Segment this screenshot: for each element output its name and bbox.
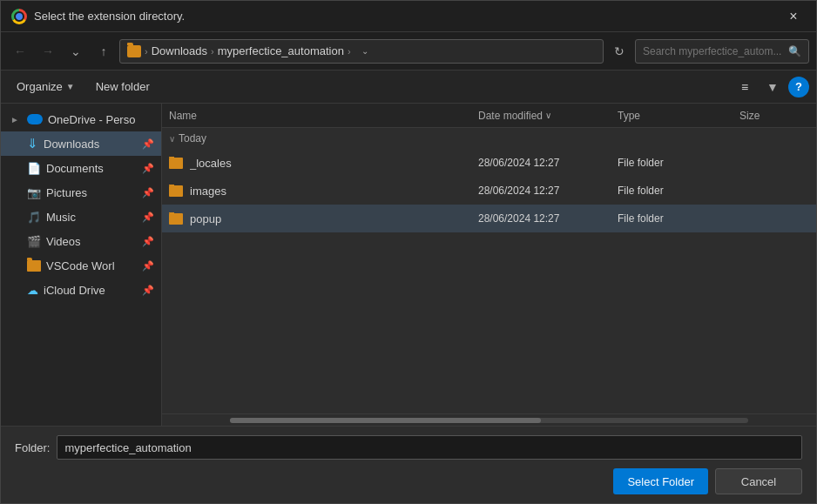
pictures-icon: 📷: [27, 186, 41, 199]
view-button[interactable]: ≡: [733, 76, 757, 98]
back-button[interactable]: ←: [8, 39, 32, 64]
help-button[interactable]: ?: [788, 77, 809, 97]
file-cell-name: images: [169, 185, 478, 198]
sidebar-item-label: Music: [46, 211, 76, 224]
folder-input-row: Folder:: [15, 435, 802, 460]
pin-icon: 📌: [142, 187, 154, 198]
pin-icon: 📌: [142, 260, 154, 272]
path-folder-icon: [127, 45, 141, 57]
file-type: File folder: [618, 185, 739, 197]
sidebar-item-videos[interactable]: 🎬 Videos 📌: [1, 229, 161, 253]
expand-icon: ►: [8, 112, 22, 126]
sidebar-item-onedrive[interactable]: ► OneDrive - Perso: [1, 107, 161, 131]
expand-spacer: [8, 161, 22, 175]
horizontal-scrollbar[interactable]: [162, 413, 816, 426]
pin-icon: 📌: [142, 138, 154, 150]
search-icon: 🔍: [788, 45, 801, 57]
file-list: ∨ Today _locales 28/06/2024 12:27 File f…: [162, 128, 816, 413]
sidebar-item-label: VSCode Worl: [46, 259, 115, 272]
file-date: 28/06/2024 12:27: [478, 157, 618, 169]
main-content: ► OneDrive - Perso ⇓ Downloads 📌 📄 Docum…: [1, 104, 816, 426]
file-cell-name: popup: [169, 212, 478, 225]
view-dropdown-button[interactable]: ▼: [760, 75, 785, 99]
sidebar-item-documents[interactable]: 📄 Documents 📌: [1, 156, 161, 180]
refresh-button[interactable]: ↻: [607, 39, 631, 64]
pin-icon: 📌: [142, 285, 154, 296]
path-segment-downloads: Downloads: [152, 44, 207, 57]
group-header-today: ∨ Today: [162, 128, 816, 149]
search-box[interactable]: 🔍: [635, 39, 809, 64]
sidebar-item-label: Pictures: [46, 186, 87, 199]
title-bar: Select the extension directory. ×: [1, 1, 816, 32]
pin-icon: 📌: [142, 163, 154, 174]
file-row[interactable]: images 28/06/2024 12:27 File folder: [162, 177, 816, 205]
expand-spacer: [8, 210, 22, 224]
expand-spacer: [8, 259, 22, 272]
file-date: 28/06/2024 12:27: [478, 212, 618, 225]
organize-button[interactable]: Organize ▼: [8, 76, 84, 98]
address-bar: ← → ⌄ ↑ › Downloads › myperfectice_autom…: [1, 32, 816, 71]
file-cell-name: _locales: [169, 157, 478, 170]
dialog: Select the extension directory. × ← → ⌄ …: [0, 0, 817, 504]
action-buttons: Select Folder Cancel: [15, 468, 802, 494]
col-header-name[interactable]: Name: [169, 110, 478, 122]
sidebar-item-label: Videos: [46, 235, 81, 248]
file-name: images: [190, 185, 226, 198]
chrome-icon: [11, 9, 27, 24]
downloads-icon: ⇓: [27, 136, 38, 151]
search-input[interactable]: [643, 45, 785, 57]
file-list-header: Name Date modified ∨ Type Size: [162, 104, 816, 128]
folder-icon: [27, 260, 41, 272]
file-row[interactable]: popup 28/06/2024 12:27 File folder: [162, 205, 816, 232]
file-list-container: Name Date modified ∨ Type Size ∨ Today: [162, 104, 816, 426]
expand-spacer: [8, 185, 22, 199]
folder-input[interactable]: [57, 435, 802, 460]
sidebar-item-label: OneDrive - Perso: [48, 113, 135, 126]
folder-label: Folder:: [15, 441, 50, 454]
sidebar-item-downloads[interactable]: ⇓ Downloads 📌: [1, 131, 161, 156]
file-row[interactable]: _locales 28/06/2024 12:27 File folder: [162, 149, 816, 177]
sidebar-item-label: Downloads: [44, 138, 99, 151]
sidebar-item-icloud[interactable]: ☁ iCloud Drive 📌: [1, 278, 161, 302]
bottom-bar: Folder: Select Folder Cancel: [1, 426, 816, 503]
folder-icon: [169, 213, 183, 225]
col-header-size[interactable]: Size: [739, 110, 809, 122]
forward-button[interactable]: →: [36, 39, 60, 64]
folder-icon: [169, 185, 183, 197]
pin-icon: 📌: [142, 236, 154, 247]
toolbar: Organize ▼ New folder ≡ ▼ ?: [1, 71, 816, 104]
close-button[interactable]: ×: [781, 4, 806, 29]
select-folder-button[interactable]: Select Folder: [613, 468, 708, 494]
sidebar-item-vscode[interactable]: VSCode Worl 📌: [1, 253, 161, 278]
file-date: 28/06/2024 12:27: [478, 185, 618, 197]
file-type: File folder: [618, 157, 739, 169]
documents-icon: 📄: [27, 162, 41, 175]
new-folder-button[interactable]: New folder: [87, 76, 159, 98]
path-segment-folder: myperfectice_automation: [218, 44, 344, 57]
sidebar-item-pictures[interactable]: 📷 Pictures 📌: [1, 180, 161, 205]
file-type: File folder: [618, 212, 739, 225]
icloud-icon: ☁: [27, 284, 38, 297]
path-dropdown-button[interactable]: ⌄: [354, 39, 375, 64]
cancel-button[interactable]: Cancel: [715, 468, 802, 494]
music-icon: 🎵: [27, 211, 41, 224]
sidebar: ► OneDrive - Perso ⇓ Downloads 📌 📄 Docum…: [1, 104, 162, 426]
title-bar-text: Select the extension directory.: [34, 10, 774, 23]
history-dropdown-button[interactable]: ⌄: [64, 39, 88, 64]
file-name: _locales: [190, 157, 232, 170]
videos-icon: 🎬: [27, 235, 41, 248]
expand-spacer: [8, 137, 22, 151]
sidebar-item-label: Documents: [46, 162, 104, 175]
col-header-date[interactable]: Date modified ∨: [478, 110, 618, 122]
onedrive-icon: [27, 114, 43, 124]
pin-icon: 📌: [142, 212, 154, 223]
expand-spacer: [8, 283, 22, 297]
col-header-type[interactable]: Type: [618, 110, 739, 122]
file-name: popup: [190, 212, 221, 225]
sidebar-item-music[interactable]: 🎵 Music 📌: [1, 205, 161, 229]
up-button[interactable]: ↑: [91, 39, 116, 64]
expand-spacer: [8, 234, 22, 248]
sidebar-item-label: iCloud Drive: [44, 284, 105, 297]
folder-icon: [169, 158, 183, 169]
address-path[interactable]: › Downloads › myperfectice_automation › …: [119, 39, 604, 64]
